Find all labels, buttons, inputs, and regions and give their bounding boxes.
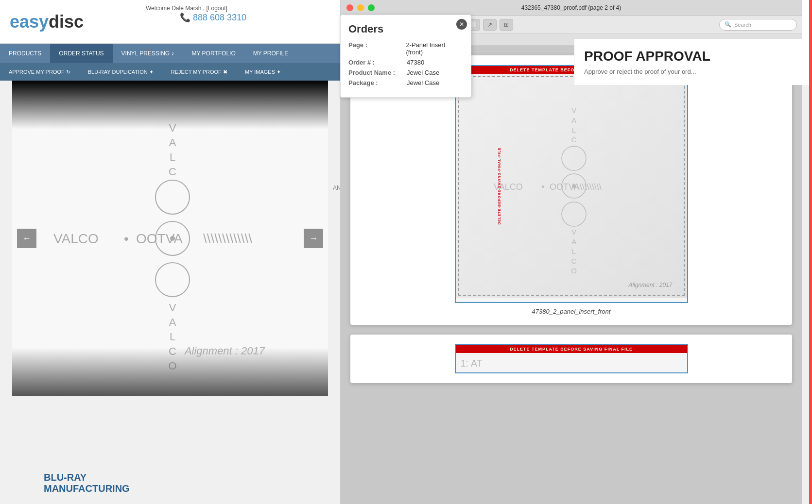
svg-text:A: A [169,136,176,149]
main-image-area: V A L C VALCO • OOTVA \\\\\\\\\\\\\ V A … [12,81,328,396]
orders-panel-title: Orders [348,23,463,35]
svg-text:\\\\\\\\\\\\\: \\\\\\\\\\\\\ [203,231,252,246]
mac-maximize-button[interactable] [368,4,375,11]
valco-logo-svg: V A L C VALCO • OOTVA \\\\\\\\\\\\\ V A … [29,93,311,384]
orders-panel: ✕ Orders Page : 2-Panel Insert (front) O… [340,15,471,98]
nav-my-profile[interactable]: MY PROFILE [244,44,297,63]
prev-arrow[interactable]: ← [17,229,36,248]
pdf-search-box[interactable]: 🔍 Search [719,19,797,31]
mac-window-title: 432365_47380_proof.pdf (page 2 of 4) [521,4,622,11]
orders-value-page: 2-Panel Insert (front) [406,41,463,56]
right-sidebar-indicator [809,0,812,504]
bottom-bluray-text: BLU-RAYMANUFACTURING [44,472,130,494]
pdf-page-card-2: DELETE TEMPLATE BEFORE SAVING FINAL FILE… [350,335,792,383]
image-overlay-top [12,81,328,129]
proof-approval-subtitle: Approve or reject the proof of your ord.… [584,68,802,75]
svg-text:C: C [169,166,176,178]
svg-text:A: A [169,316,176,328]
svg-text:L: L [170,151,175,163]
nav-my-portfolio[interactable]: MY PORTFOLIO [183,44,244,63]
svg-point-4 [155,180,190,214]
svg-text:VALCO: VALCO [53,231,99,246]
sub-nav-reject-proof[interactable]: REJECT MY PROOF ✖ [162,63,236,81]
sub-nav-my-images[interactable]: MY IMAGES ✦ [236,63,290,81]
orders-row-package: Package : Jewel Case [348,79,463,86]
pdf-page-image-2: DELETE TEMPLATE BEFORE SAVING FINAL FILE… [455,344,688,373]
svg-point-11 [155,263,190,297]
pdf-page-label-1: 47380_2_panel_insert_front [532,308,611,315]
svg-text:OOTVA: OOTVA [136,231,183,246]
alignment-text-main: Alignment : 2017 [185,345,265,357]
svg-text:L: L [170,331,175,343]
proof-approval-panel: PROOF APPROVAL Approve or reject the pro… [574,39,812,85]
phone-number: 📞 888 608 3310 [180,12,246,23]
nav-vinyl-pressing[interactable]: VINYL PRESSING ♪ [113,44,183,63]
orders-row-page: Page : 2-Panel Insert (front) [348,41,463,56]
svg-text:•: • [124,231,129,246]
pdf-inner-1: DELETE-BEFORE-SAVING-FINAL-FILE V A L C … [456,74,687,298]
mac-close-button[interactable] [346,4,353,11]
mac-minimize-button[interactable] [357,4,364,11]
toolbar-export-btn[interactable]: ↗ [483,19,497,31]
pdf-content-area[interactable]: DELETE TEMPLATE BEFORE SAVING FINAL FILE… [341,46,802,504]
orders-row-product: Product Name : Jewel Case [348,69,463,76]
nav-order-status[interactable]: ORDER STATUS [50,44,112,63]
pdf-warning-bar-2: DELETE TEMPLATE BEFORE SAVING FINAL FILE [456,345,687,353]
orders-label-order: Order # : [348,59,407,66]
proof-approval-title: PROOF APPROVAL [584,49,802,64]
image-overlay-bottom [12,348,328,396]
orders-row-order: Order # : 47380 [348,59,463,66]
orders-label-package: Package : [348,79,407,86]
mac-titlebar: 432365_47380_proof.pdf (page 2 of 4) [341,0,802,16]
search-icon: 🔍 [725,21,731,28]
sub-nav-approve-proof[interactable]: APPROVE MY PROOF ↻ [0,63,79,81]
search-placeholder: Search [734,22,751,28]
pdf-page-2-content: 1: AT [456,353,687,373]
site-logo[interactable]: easydisc [10,12,84,32]
welcome-text: Welcome Dale Marsh , [Logout] [146,5,227,12]
logo-easy: easy [10,12,49,32]
orders-close-button[interactable]: ✕ [456,19,467,30]
orders-value-product: Jewel Case [407,69,439,76]
logo-disc: disc [49,12,84,32]
orders-value-package: Jewel Case [407,79,439,86]
toolbar-extra-btn[interactable]: ⊞ [500,19,513,31]
pdf-page-image-1: DELETE TEMPLATE BEFORE SAVING FINAL FILE… [455,65,688,303]
pdf-alignment-text-1: Alignment : 2017 [628,282,672,288]
svg-text:V: V [169,302,176,314]
pdf-side-text-1: DELETE-BEFORE-SAVING-FINAL-FILE [498,147,501,224]
orders-label-product: Product Name : [348,69,407,76]
sub-nav-bluray-duplication[interactable]: BLU-RAY DUPLICATION ✦ [79,63,162,81]
pdf-dashed-border-1 [458,76,685,296]
next-arrow[interactable]: → [304,229,323,248]
orders-value-order: 47380 [407,59,424,66]
orders-label-page: Page : [348,41,406,56]
nav-products[interactable]: PRODUCTS [0,44,50,63]
